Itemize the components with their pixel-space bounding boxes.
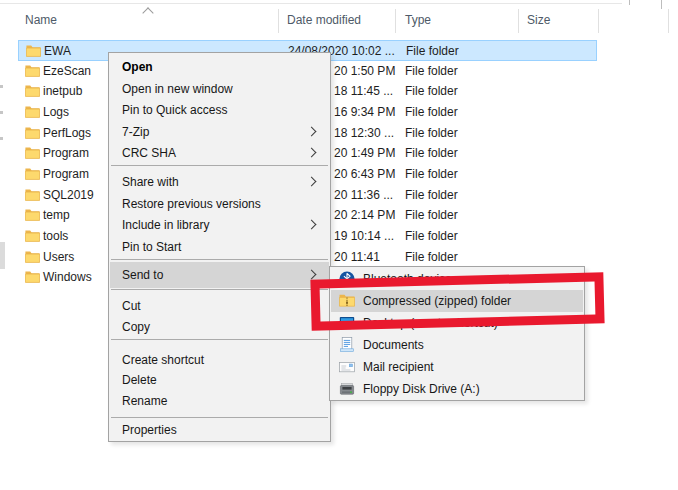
date-modified-value: 19 10:14 ... [334,226,394,247]
file-name: Windows [43,267,92,288]
submenu-item-documents[interactable]: Documents [331,334,583,356]
menu-separator [111,259,328,260]
menu-separator [111,339,328,340]
menu-item-7-zip[interactable]: 7-Zip [110,121,329,143]
menu-item-open-in-new-window[interactable]: Open in new window [110,78,329,100]
column-header-size[interactable]: Size [527,8,550,33]
column-header-date-modified[interactable]: Date modified [287,8,361,33]
file-name: SQL2019 [43,185,94,206]
column-divider[interactable] [518,9,519,33]
menu-item-restore-previous-versions[interactable]: Restore previous versions [110,193,329,215]
folder-icon [25,250,40,263]
type-value: File folder [405,102,458,123]
file-name: Users [43,247,74,268]
date-modified-value: 18 12:30 ... [334,123,394,144]
menu-item-label: Copy [122,317,150,339]
menu-item-pin-to-start[interactable]: Pin to Start [110,236,329,258]
nav-pane-edge-artifact [0,111,3,114]
type-value: File folder [405,164,458,185]
menu-item-include-in-library[interactable]: Include in library [110,215,329,237]
menu-item-share-with[interactable]: Share with [110,172,329,194]
menu-item-properties[interactable]: Properties [110,419,329,441]
type-value: File folder [405,61,458,82]
type-value: File folder [405,81,458,102]
menu-item-label: Pin to Start [122,236,181,258]
submenu-item-label: Mail recipient [363,356,434,378]
date-modified-value: 20 6:43 PM [334,164,395,185]
folder-icon [26,44,41,57]
menu-item-cut[interactable]: Cut [110,295,329,317]
file-name: temp [43,205,70,226]
submenu-arrow-icon [307,126,317,136]
menu-item-crc-sha[interactable]: CRC SHA [110,143,329,165]
toolbar-bottom-edge [0,3,622,4]
menu-item-send-to[interactable]: Send to [110,262,329,288]
ui-artifact [629,0,630,5]
submenu-arrow-icon [307,177,317,187]
type-value: File folder [405,185,458,206]
menu-item-label: Delete [122,370,157,392]
column-divider[interactable] [598,9,599,33]
date-modified-value: 20 1:49 PM [334,143,395,164]
submenu-item-floppy-disk-drive-a[interactable]: Floppy Disk Drive (A:) [331,378,583,400]
menu-item-label: Cut [122,295,141,317]
menu-item-label: Create shortcut [122,350,204,372]
menu-item-label: Send to [122,262,163,288]
file-name: tools [43,226,68,247]
folder-icon [25,229,40,242]
menu-item-open[interactable]: Open [110,57,329,79]
documents-icon [339,337,355,353]
nav-pane-edge-artifact [0,137,3,140]
folder-icon [25,126,40,139]
menu-separator [111,417,328,418]
date-modified-value: 16 9:34 PM [334,102,395,123]
file-name: EWA [44,41,71,62]
menu-item-label: Open [122,57,153,79]
menu-item-label: 7-Zip [122,121,149,143]
type-value: File folder [405,226,458,247]
annotation-rectangle [310,272,604,331]
menu-item-rename[interactable]: Rename [110,390,329,412]
column-divider[interactable] [668,9,669,33]
type-value: File folder [406,41,459,62]
menu-item-label: Properties [122,419,177,441]
column-header-name[interactable]: Name [25,8,57,33]
date-modified-value: 20 1:50 PM [334,61,395,82]
submenu-item-label: Floppy Disk Drive (A:) [363,378,480,400]
file-name: EzeScan [43,61,91,82]
menu-separator [111,165,328,166]
column-divider[interactable] [395,9,396,33]
nav-pane-selection-artifact [0,242,5,269]
ui-artifact [661,0,662,9]
nav-pane-edge-artifact [0,85,3,88]
date-modified-value: 20 11:41 [334,247,380,268]
folder-icon [25,167,40,180]
submenu-item-mail-recipient[interactable]: Mail recipient [331,356,583,378]
folder-icon [25,64,40,77]
file-name: Logs [43,102,69,123]
menu-item-create-shortcut[interactable]: Create shortcut [110,350,329,372]
file-name: Program [43,143,89,164]
folder-icon [25,270,40,283]
folder-icon [25,84,40,97]
submenu-item-label: Documents [363,334,424,356]
menu-item-pin-to-quick-access[interactable]: Pin to Quick access [110,100,329,122]
menu-item-copy[interactable]: Copy [110,317,329,339]
menu-separator [111,289,328,290]
floppy-disk-icon [339,381,355,397]
type-value: File folder [405,143,458,164]
date-modified-value: 18 11:45 ... [334,81,393,102]
column-divider[interactable] [278,9,279,33]
file-name: inetpub [43,81,82,102]
folder-icon [25,188,40,201]
submenu-arrow-icon [307,270,317,280]
type-value: File folder [405,205,458,226]
submenu-arrow-icon [307,220,317,230]
context-menu: OpenOpen in new windowPin to Quick acces… [108,52,331,442]
date-modified-value: 20 2:14 PM [334,205,395,226]
file-name: Program [43,164,89,185]
menu-item-delete[interactable]: Delete [110,370,329,392]
folder-icon [25,105,40,118]
menu-item-label: CRC SHA [122,143,176,165]
column-header-type[interactable]: Type [405,8,431,33]
